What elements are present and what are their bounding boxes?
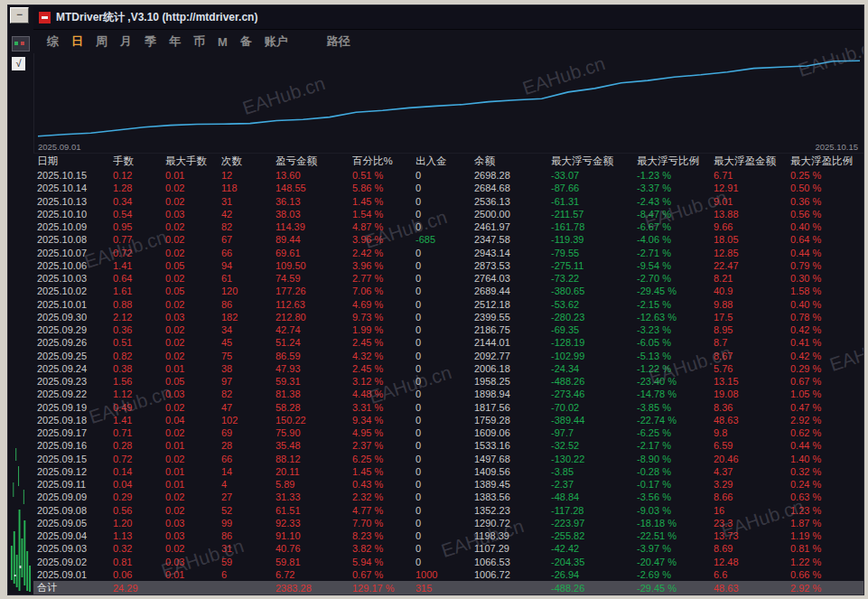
table-row[interactable]: 2025.09.160.280.012835.482.37 %01533.16-…	[33, 439, 863, 452]
cell: 1.56	[113, 376, 165, 387]
cell: 75	[221, 351, 275, 361]
menu-tab-2[interactable]: 日	[65, 33, 89, 50]
cell: 0.78 %	[790, 312, 863, 323]
table-row[interactable]: 2025.09.250.820.027586.594.32 %02092.77-…	[33, 350, 863, 362]
table-row[interactable]: 2025.10.130.340.023136.131.45 %02536.13-…	[33, 195, 863, 208]
table-row[interactable]: 2025.10.021.610.05120177.267.06 %02689.4…	[33, 285, 863, 297]
cell: -1.23 %	[637, 170, 714, 181]
cell: 2536.13	[474, 196, 551, 207]
cell: 74.59	[275, 273, 352, 284]
cell: 61.51	[275, 505, 352, 516]
table-row[interactable]: 2025.09.181.410.04102150.229.34 %01759.2…	[33, 414, 863, 426]
menu-tab-5[interactable]: 季	[138, 33, 163, 50]
table-row[interactable]: 2025.09.170.710.026975.904.95 %01609.06-…	[33, 426, 863, 439]
cell: 6	[221, 569, 275, 580]
cell: 20.11	[275, 466, 352, 477]
menu-tab-7[interactable]: 币	[187, 33, 211, 50]
cell: 2025.09.25	[37, 351, 113, 361]
table-row[interactable]: 2025.09.020.810.035959.815.94 %01066.53-…	[33, 556, 863, 568]
table-row[interactable]: 2025.10.141.280.02118148.555.86 %02684.6…	[33, 182, 863, 194]
cell: 0	[415, 260, 474, 271]
menu-tab-3[interactable]: 周	[89, 33, 114, 50]
table-rows: 2025.10.150.120.011213.600.51 %02698.28-…	[33, 169, 863, 581]
cell: 6.6	[714, 569, 790, 580]
table-row[interactable]: 2025.10.090.950.0282114.394.87 %02461.97…	[33, 220, 863, 233]
menu-tab-1[interactable]: 综	[41, 33, 65, 50]
cell: 3.82 %	[352, 543, 415, 554]
table-row[interactable]: 2025.10.030.640.026174.592.77 %02764.03-…	[33, 272, 863, 285]
cell: 38	[221, 363, 275, 374]
checkbox-icon[interactable]: √	[12, 57, 25, 70]
cell: 0	[415, 312, 474, 323]
table-row[interactable]: 2025.10.150.120.011213.600.51 %02698.28-…	[33, 169, 863, 182]
table-row[interactable]: 2025.09.150.720.026688.126.25 %01497.68-…	[33, 453, 863, 465]
cell: 118	[221, 183, 275, 193]
cell: -9.54 %	[637, 260, 714, 271]
menu-tab-9[interactable]: 备	[234, 33, 258, 50]
table-row[interactable]: 2025.09.041.130.038691.108.23 %01198.39-…	[33, 529, 863, 542]
cell: 42	[221, 209, 275, 220]
table-row[interactable]: 2025.09.190.490.024758.283.31 %01817.56-…	[33, 401, 863, 414]
cell: 13.60	[275, 170, 352, 181]
cell: 2025.09.18	[37, 415, 113, 426]
table-row[interactable]: 2025.10.080.770.026789.443.96 %-6852347.…	[33, 233, 863, 246]
cell: 2689.44	[474, 285, 551, 296]
cell: 0	[415, 388, 474, 399]
cell: -204.35	[551, 557, 637, 567]
table-row[interactable]: 2025.09.231.560.059759.313.12 %01958.25-…	[33, 375, 863, 388]
table-row[interactable]: 2025.09.221.120.038281.384.48 %01898.94-…	[33, 388, 863, 400]
cell: 1.23 %	[790, 505, 863, 516]
table-header: 日期手数最大手数次数盈亏金额百分比%出入金余额最大浮亏金额最大浮亏比例最大浮盈金…	[33, 154, 863, 169]
table-row[interactable]: 2025.09.010.060.0166.720.67 %10001006.72…	[33, 568, 863, 581]
minimize-button[interactable]: −	[10, 7, 29, 23]
cell: 1759.28	[474, 415, 551, 426]
cell: 4.77 %	[352, 505, 415, 516]
table-row[interactable]: 2025.09.290.360.023442.741.99 %02186.75-…	[33, 323, 863, 336]
menu-tab-10[interactable]: 账户	[258, 33, 294, 50]
cell: 112.63	[275, 299, 352, 310]
cell: 59.81	[275, 557, 352, 567]
menu-tab-6[interactable]: 年	[163, 33, 187, 50]
table-row[interactable]: 2025.10.100.540.034238.031.54 %02500.00-…	[33, 208, 863, 220]
table-row[interactable]: 2025.09.302.120.03182212.809.73 %02399.5…	[33, 311, 863, 323]
cell: 66	[221, 248, 275, 258]
table-row[interactable]: 2025.09.120.140.011420.111.45 %01409.56-…	[33, 465, 863, 478]
cell: 0.03	[165, 557, 221, 567]
table-row[interactable]: 2025.10.070.720.026669.612.42 %02943.14-…	[33, 247, 863, 259]
total-cell: -29.45 %	[637, 583, 714, 594]
table-row[interactable]: 2025.09.030.320.023140.763.82 %01107.29-…	[33, 542, 863, 555]
cell: 0.03	[165, 530, 221, 541]
table-row[interactable]: 2025.09.260.510.024551.242.45 %02144.01-…	[33, 336, 863, 349]
table-row[interactable]: 2025.09.090.290.022731.332.32 %01383.56-…	[33, 491, 863, 503]
cell: 0.42 %	[790, 351, 863, 361]
table-row[interactable]: 2025.09.080.560.025261.514.77 %01352.23-…	[33, 504, 863, 517]
cell: 0	[415, 402, 474, 413]
column-header: 次数	[221, 154, 275, 168]
cell: 0.49	[113, 402, 165, 413]
cell: 0.43 %	[352, 479, 415, 490]
table-row[interactable]: 2025.10.010.880.0286112.634.69 %02512.18…	[33, 298, 863, 311]
table-row[interactable]: 2025.09.051.200.039992.337.70 %01290.72-…	[33, 517, 863, 529]
cell: -223.97	[551, 518, 637, 529]
menu-tab-4[interactable]: 月	[114, 33, 138, 50]
cell: 38.03	[275, 209, 352, 220]
menu-item-path[interactable]: 路径	[327, 33, 350, 50]
cell: -12.63 %	[637, 312, 714, 323]
menu-tab-8[interactable]: M	[211, 35, 234, 49]
cell: 94	[221, 260, 275, 271]
cell: 36.13	[275, 196, 352, 207]
camera-icon[interactable]	[12, 36, 30, 51]
cell: 0.30 %	[790, 273, 863, 284]
cell: 0.47 %	[790, 402, 863, 413]
cell: 2512.18	[474, 299, 551, 310]
cell: 150.22	[275, 415, 352, 426]
table-row[interactable]: 2025.10.061.410.0594109.503.96 %02873.53…	[33, 259, 863, 272]
cell: 0.81 %	[790, 543, 863, 554]
table-row[interactable]: 2025.09.110.040.0145.890.43 %01389.45-2.…	[33, 478, 863, 491]
cell: 102	[221, 415, 275, 426]
cell: 0.02	[165, 299, 221, 310]
cell: 7.70 %	[352, 518, 415, 529]
cell: 8.36	[714, 402, 790, 413]
cell: 1898.94	[474, 388, 551, 399]
table-row[interactable]: 2025.09.240.380.013847.932.45 %02006.18-…	[33, 362, 863, 375]
